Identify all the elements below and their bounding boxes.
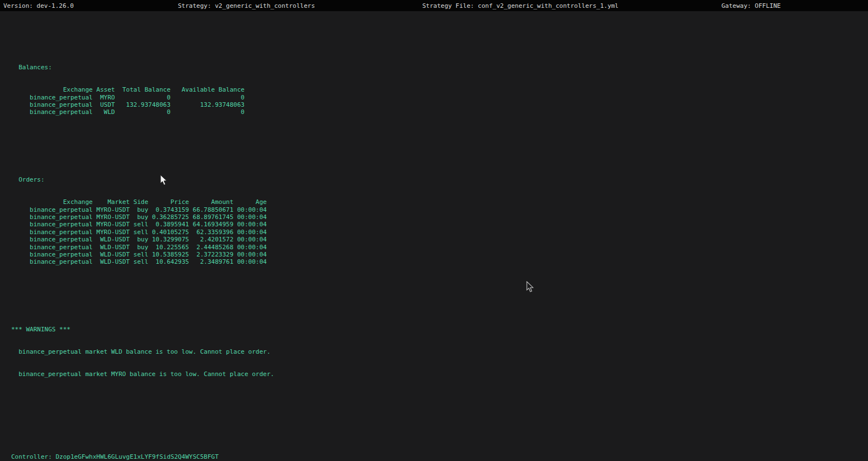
orders-header: Exchange Market Side Price Amount Age (11, 198, 868, 206)
orders-row: binance_perpetual WLD-USDT sell 10.53859… (11, 251, 868, 258)
orders-section: Orders: Exchange Market Side Price Amoun… (11, 161, 868, 281)
balances-section: Balances: Exchange Asset Total Balance A… (11, 49, 868, 131)
balances-row: binance_perpetual WLD 0 0 (11, 108, 868, 116)
strategy-label: Strategy: v2_generic_with_controllers (178, 2, 315, 9)
controller-id: Dzop1eGFwhxHWL6GLuvgE1xLYF9fSidS2Q4WYSC5… (55, 453, 218, 460)
controller-section-1: Controller:Dzop1eGFwhxHWL6GLuvgE1xLYF9fS… (11, 438, 868, 461)
terminal-output: Balances: Exchange Asset Total Balance A… (0, 11, 868, 461)
balances-table: Exchange Asset Total Balance Available B… (11, 86, 868, 116)
balances-row: binance_perpetual MYRO 0 0 (11, 94, 868, 101)
strategy-file-label: Strategy File: conf_v2_generic_with_cont… (422, 2, 619, 9)
status-bar: Version: dev-1.26.0 Strategy: v2_generic… (0, 0, 868, 11)
version-label: Version: dev-1.26.0 (3, 2, 74, 9)
controller-title: Controller:Dzop1eGFwhxHWL6GLuvgE1xLYF9fS… (11, 453, 868, 460)
orders-row: binance_perpetual MYRO-USDT sell 0.38959… (11, 221, 868, 228)
warnings-section: *** WARNINGS *** binance_perpetual marke… (11, 311, 868, 393)
orders-table: Exchange Market Side Price Amount Age bi… (11, 198, 868, 266)
orders-row: binance_perpetual WLD-USDT buy 10.329907… (11, 236, 868, 243)
gateway-status-label: Gateway: OFFLINE (721, 2, 781, 9)
balances-row: binance_perpetual USDT 132.93748063 132.… (11, 101, 868, 108)
balances-title: Balances: (11, 64, 868, 71)
balances-header: Exchange Asset Total Balance Available B… (11, 86, 868, 93)
orders-row: binance_perpetual MYRO-USDT buy 0.374315… (11, 206, 868, 213)
warning-line: binance_perpetual market MYRO balance is… (11, 370, 868, 378)
orders-row: binance_perpetual MYRO-USDT buy 0.362857… (11, 213, 868, 221)
warnings-title: *** WARNINGS *** (11, 326, 868, 333)
warning-line: binance_perpetual market WLD balance is … (11, 348, 868, 355)
terminal-screen: { "colors": { "accent": "#52d7a8", "back… (0, 0, 868, 461)
orders-title: Orders: (11, 176, 868, 183)
orders-row: binance_perpetual MYRO-USDT sell 0.40105… (11, 229, 868, 236)
controller-title-label: Controller: (11, 453, 52, 460)
orders-row: binance_perpetual WLD-USDT buy 10.225565… (11, 244, 868, 251)
orders-row: binance_perpetual WLD-USDT sell 10.64293… (11, 258, 868, 265)
